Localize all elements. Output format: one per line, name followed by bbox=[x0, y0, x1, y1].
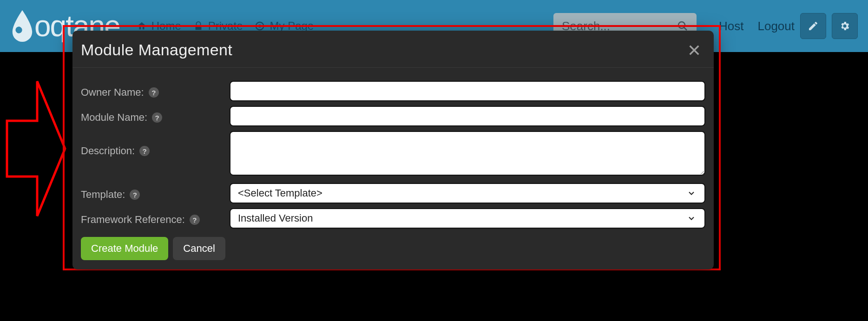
framework-label-wrap: Framework Reference: ? bbox=[81, 211, 230, 226]
lock-icon bbox=[193, 21, 204, 31]
search-icon bbox=[677, 20, 688, 32]
cancel-button[interactable]: Cancel bbox=[173, 237, 225, 260]
framework-select[interactable]: Installed Version bbox=[230, 208, 705, 229]
help-icon[interactable]: ? bbox=[130, 190, 140, 200]
user-links: Host Logout bbox=[719, 19, 795, 33]
svg-point-1 bbox=[258, 25, 261, 27]
dialog-title: Module Management bbox=[81, 41, 232, 59]
module-name-label: Module Name: bbox=[81, 111, 147, 124]
template-row: Template: ? <Select Template> bbox=[81, 183, 705, 203]
dialog-actions: Create Module Cancel bbox=[81, 237, 705, 260]
host-link[interactable]: Host bbox=[719, 19, 743, 33]
dialog-body: Owner Name: ? Module Name: ? Description… bbox=[72, 68, 714, 269]
framework-select-value: Installed Version bbox=[238, 212, 313, 224]
description-row: Description: ? bbox=[81, 131, 705, 177]
module-name-row: Module Name: ? bbox=[81, 106, 705, 126]
svg-point-2 bbox=[678, 22, 685, 28]
help-icon[interactable]: ? bbox=[149, 87, 159, 98]
svg-line-3 bbox=[684, 27, 687, 30]
module-management-dialog: Module Management Owner Name: ? Module N… bbox=[72, 31, 714, 269]
edit-button[interactable] bbox=[800, 13, 826, 39]
chevron-down-icon bbox=[687, 189, 696, 198]
module-name-input[interactable] bbox=[230, 106, 705, 126]
owner-name-label: Owner Name: bbox=[81, 86, 144, 98]
template-select-value: <Select Template> bbox=[238, 187, 322, 199]
owner-name-input[interactable] bbox=[230, 81, 705, 101]
gear-icon bbox=[839, 20, 850, 32]
settings-button[interactable] bbox=[832, 13, 858, 39]
create-module-button[interactable]: Create Module bbox=[81, 237, 168, 260]
chevron-down-icon bbox=[687, 214, 696, 223]
description-input[interactable] bbox=[230, 131, 705, 176]
owner-name-label-wrap: Owner Name: ? bbox=[81, 84, 230, 98]
description-label: Description: bbox=[81, 145, 135, 157]
help-icon[interactable]: ? bbox=[190, 215, 200, 225]
target-icon bbox=[255, 21, 265, 31]
pencil-icon bbox=[808, 20, 819, 32]
framework-row: Framework Reference: ? Installed Version bbox=[81, 208, 705, 229]
description-label-wrap: Description: ? bbox=[81, 131, 230, 157]
dialog-header: Module Management bbox=[72, 31, 714, 68]
home-icon bbox=[137, 21, 147, 31]
logo-droplet-icon bbox=[10, 10, 34, 42]
help-icon[interactable]: ? bbox=[139, 146, 150, 156]
template-label: Template: bbox=[81, 189, 125, 201]
template-select[interactable]: <Select Template> bbox=[230, 183, 705, 203]
module-name-label-wrap: Module Name: ? bbox=[81, 109, 230, 124]
close-icon[interactable] bbox=[688, 44, 701, 57]
help-icon[interactable]: ? bbox=[152, 112, 162, 123]
framework-label: Framework Reference: bbox=[81, 214, 185, 226]
template-label-wrap: Template: ? bbox=[81, 186, 230, 201]
owner-name-row: Owner Name: ? bbox=[81, 81, 705, 101]
logout-link[interactable]: Logout bbox=[757, 19, 795, 33]
